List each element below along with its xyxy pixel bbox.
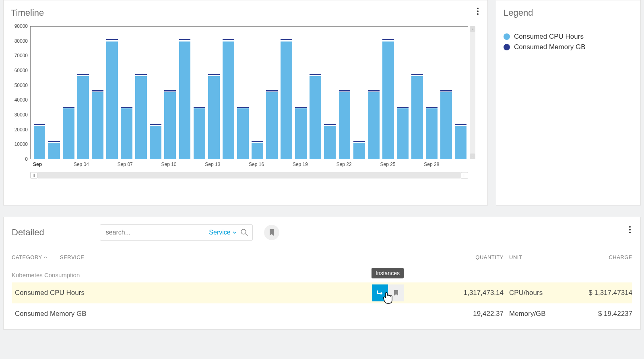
cpu-bar[interactable] <box>164 92 176 159</box>
legend-swatch <box>504 33 510 40</box>
cpu-bar[interactable] <box>48 143 60 159</box>
memory-marker <box>135 74 147 75</box>
cpu-bar[interactable] <box>426 108 438 159</box>
memory-marker <box>63 107 74 108</box>
bar-slot <box>323 26 337 159</box>
scroll-bottom-handle[interactable]: = <box>470 154 475 159</box>
cpu-bar[interactable] <box>266 92 278 159</box>
table-row[interactable]: Instances Consumed CPU Hours 1,317,473.1… <box>12 282 632 303</box>
bar-slot <box>105 26 119 159</box>
cpu-bar[interactable] <box>237 108 249 159</box>
cpu-bar[interactable] <box>208 76 220 159</box>
table-row[interactable]: Consumed Memory GB 19,422.37 Memory/GB $… <box>12 303 632 324</box>
bar-slot <box>134 26 149 159</box>
detailed-title: Detailed <box>12 227 44 238</box>
bar-slot <box>221 26 235 159</box>
bar-slot <box>120 26 134 159</box>
cpu-bar[interactable] <box>179 42 191 159</box>
x-tick-label: Sep 10 <box>161 162 177 167</box>
cpu-bar[interactable] <box>223 42 234 159</box>
bar-slot <box>294 26 308 159</box>
table-header-row: CATEGORY SERVICE QUANTITY UNIT CHARGE <box>12 254 632 264</box>
header-unit[interactable]: UNIT <box>504 254 576 260</box>
row-charge: $ 19.42237 <box>576 310 632 318</box>
cpu-bar[interactable] <box>77 76 89 159</box>
chart-horizontal-scroll[interactable]: II II <box>30 172 468 178</box>
search-input[interactable] <box>106 229 209 236</box>
cpu-bar[interactable] <box>397 108 409 159</box>
cpu-bar[interactable] <box>455 126 466 159</box>
legend-item[interactable]: Consumed CPU Hours <box>504 33 633 41</box>
bar-slot <box>425 26 439 159</box>
bar-slot <box>279 26 294 159</box>
legend-item[interactable]: Consumed Memory GB <box>504 43 633 51</box>
cpu-bar[interactable] <box>63 108 74 159</box>
filter-dropdown[interactable]: Service <box>209 229 237 236</box>
bar-slot <box>178 26 192 159</box>
bar-slot <box>308 26 323 159</box>
cpu-bar[interactable] <box>440 92 452 159</box>
cpu-bar[interactable] <box>368 92 380 159</box>
memory-marker <box>426 107 438 108</box>
cpu-bar[interactable] <box>281 42 292 159</box>
y-tick-label: 80000 <box>14 38 28 44</box>
bar-slot <box>265 26 279 159</box>
timeline-title: Timeline <box>11 8 480 18</box>
scroll-left-handle[interactable]: II <box>30 172 37 178</box>
header-quantity[interactable]: QUANTITY <box>451 254 504 260</box>
cpu-bar[interactable] <box>310 76 321 159</box>
instances-button[interactable] <box>372 284 388 301</box>
memory-marker <box>48 141 60 142</box>
cpu-bar[interactable] <box>92 92 103 159</box>
x-axis: SepSep 04Sep 07Sep 10Sep 13Sep 16Sep 19S… <box>30 162 468 170</box>
expand-icon <box>376 289 384 297</box>
memory-marker <box>339 90 351 91</box>
bar-slot <box>163 26 178 159</box>
x-tick-label: Sep 04 <box>74 162 89 167</box>
cpu-bar[interactable] <box>324 126 336 159</box>
scroll-right-handle[interactable]: II <box>461 172 468 178</box>
svg-line-1 <box>246 234 248 236</box>
bookmark-row-button[interactable] <box>388 284 404 301</box>
cpu-bar[interactable] <box>382 42 394 159</box>
chevron-down-icon <box>232 230 237 235</box>
y-tick-label: 30000 <box>14 112 28 118</box>
header-category[interactable]: CATEGORY <box>12 254 60 260</box>
cpu-bar[interactable] <box>150 126 161 159</box>
x-tick-label: Sep 16 <box>249 162 264 167</box>
x-tick-label: Sep 13 <box>205 162 220 167</box>
cpu-bar[interactable] <box>194 108 205 159</box>
memory-marker <box>382 39 394 40</box>
scroll-track[interactable] <box>37 172 461 178</box>
legend-label: Consumed CPU Hours <box>514 33 584 41</box>
cpu-bar[interactable] <box>295 108 307 159</box>
cpu-bar[interactable] <box>252 143 263 159</box>
cpu-bar[interactable] <box>339 92 351 159</box>
search-icon[interactable] <box>240 228 248 237</box>
memory-marker <box>34 124 45 125</box>
memory-marker <box>281 39 292 40</box>
cpu-bar[interactable] <box>135 76 147 159</box>
cpu-bar[interactable] <box>121 108 132 159</box>
memory-marker <box>92 90 103 91</box>
row-quantity: 19,422.37 <box>451 310 504 318</box>
timeline-panel: Timeline 0100002000030000400005000060000… <box>3 0 488 205</box>
cpu-bar[interactable] <box>353 143 365 159</box>
tooltip: Instances <box>372 268 404 278</box>
y-tick-label: 10000 <box>14 141 28 147</box>
detailed-menu-button[interactable] <box>629 226 631 233</box>
scroll-top-handle[interactable]: = <box>470 26 475 32</box>
timeline-menu-button[interactable] <box>477 8 479 15</box>
svg-point-0 <box>241 229 246 234</box>
cpu-bar[interactable] <box>106 42 118 159</box>
cpu-bar[interactable] <box>411 76 423 159</box>
chart-vertical-scroll[interactable]: = = <box>470 26 475 159</box>
bookmark-filter-button[interactable] <box>264 225 279 240</box>
header-charge[interactable]: CHARGE <box>576 254 632 260</box>
y-tick-label: 40000 <box>14 97 28 103</box>
memory-marker <box>310 74 321 75</box>
memory-marker <box>252 141 263 142</box>
y-tick-label: 90000 <box>14 23 28 29</box>
cpu-bar[interactable] <box>34 126 45 159</box>
header-service[interactable]: SERVICE <box>60 254 451 260</box>
